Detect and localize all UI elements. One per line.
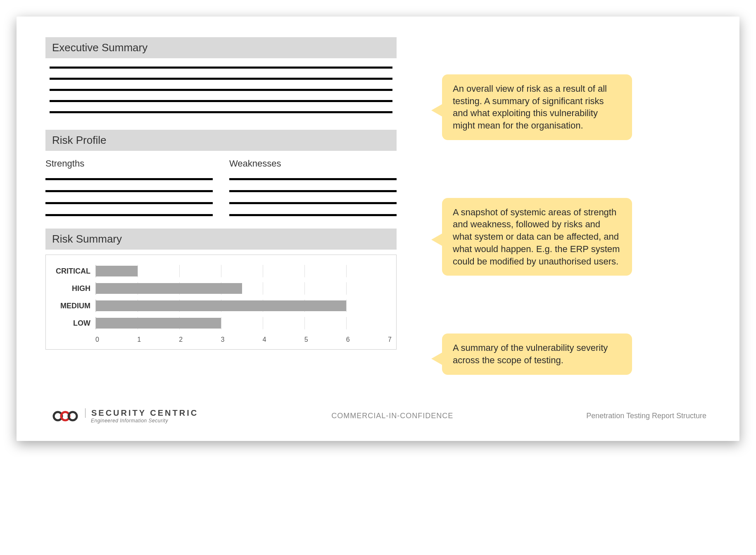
placeholder-line (50, 100, 392, 102)
chart-bar-fill (96, 300, 346, 311)
chart-bar-row: LOW (54, 314, 388, 332)
chart-category-label: MEDIUM (54, 302, 95, 310)
section-heading: Executive Summary (45, 37, 397, 58)
chart-bar-track (95, 300, 388, 312)
weaknesses-label: Weaknesses (229, 158, 397, 169)
chart-bar-row: CRITICAL (54, 262, 388, 280)
chain-link-icon (50, 408, 78, 424)
placeholder-line (229, 190, 397, 192)
chart-bar-fill (96, 266, 138, 276)
chart-category-label: LOW (54, 319, 95, 328)
report-body-column: Executive Summary Risk Profile Strengths (45, 37, 397, 375)
placeholder-line (45, 178, 213, 180)
chart-bar-fill (96, 283, 242, 294)
brand-name: SECURITY CENTRIC (85, 408, 198, 418)
callout-exec-summary: An overall view of risk as a result of a… (442, 74, 632, 140)
document-title: Penetration Testing Report Structure (586, 412, 706, 420)
section-risk-summary: Risk Summary CRITICALHIGHMEDIUMLOW 01234… (45, 229, 397, 350)
section-risk-profile: Risk Profile Strengths Weaknesses (45, 130, 397, 216)
section-heading: Risk Summary (45, 229, 397, 250)
chart-bar-fill (96, 318, 221, 329)
placeholder-text-block (45, 58, 397, 117)
placeholder-line (50, 78, 392, 80)
placeholder-text-block (45, 178, 213, 216)
confidentiality-label: COMMERCIAL-IN-CONFIDENCE (331, 412, 453, 420)
placeholder-line (229, 178, 397, 180)
brand-tagline: Engineered Information Security (85, 418, 198, 424)
placeholder-line (45, 214, 213, 216)
annotations-column: An overall view of risk as a result of a… (421, 37, 711, 375)
strengths-label: Strengths (45, 158, 213, 169)
chart-bar-track (95, 282, 388, 295)
section-heading: Risk Profile (45, 130, 397, 151)
weaknesses-column: Weaknesses (229, 155, 397, 216)
placeholder-line (229, 202, 397, 204)
placeholder-text-block (229, 178, 397, 216)
document-page: Executive Summary Risk Profile Strengths (17, 17, 739, 441)
risk-summary-chart: CRITICALHIGHMEDIUMLOW 01234567 (45, 255, 397, 350)
chart-bar-row: MEDIUM (54, 297, 388, 314)
placeholder-line (50, 111, 392, 113)
chart-bar-track (95, 317, 388, 329)
chart-bar-track (95, 265, 388, 277)
strengths-column: Strengths (45, 155, 213, 216)
placeholder-line (45, 202, 213, 204)
chart-x-axis: 01234567 (54, 333, 388, 346)
placeholder-line (45, 190, 213, 192)
placeholder-line (50, 67, 392, 69)
placeholder-line (50, 89, 392, 91)
brand-logo: SECURITY CENTRIC Engineered Information … (50, 408, 198, 424)
section-executive-summary: Executive Summary (45, 37, 397, 117)
callout-risk-summary: A summary of the vulnerability severity … (442, 333, 632, 374)
placeholder-line (229, 214, 397, 216)
chart-bar-row: HIGH (54, 280, 388, 297)
page-footer: SECURITY CENTRIC Engineered Information … (45, 400, 711, 429)
chart-category-label: CRITICAL (54, 267, 95, 276)
callout-risk-profile: A snapshot of systemic areas of strength… (442, 198, 632, 276)
chart-category-label: HIGH (54, 284, 95, 293)
